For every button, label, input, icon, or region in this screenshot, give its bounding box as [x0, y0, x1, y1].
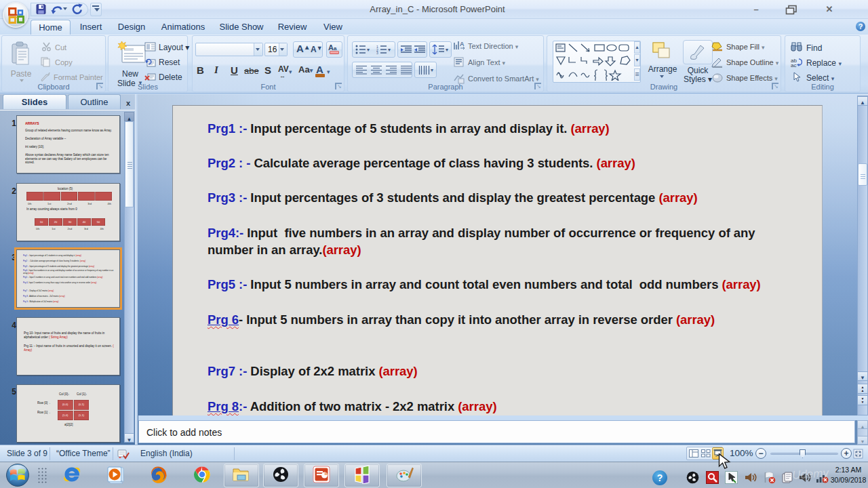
- svg-text:A: A: [460, 41, 465, 47]
- svg-text:3: 3: [376, 51, 378, 54]
- svg-text:ac: ac: [791, 62, 796, 67]
